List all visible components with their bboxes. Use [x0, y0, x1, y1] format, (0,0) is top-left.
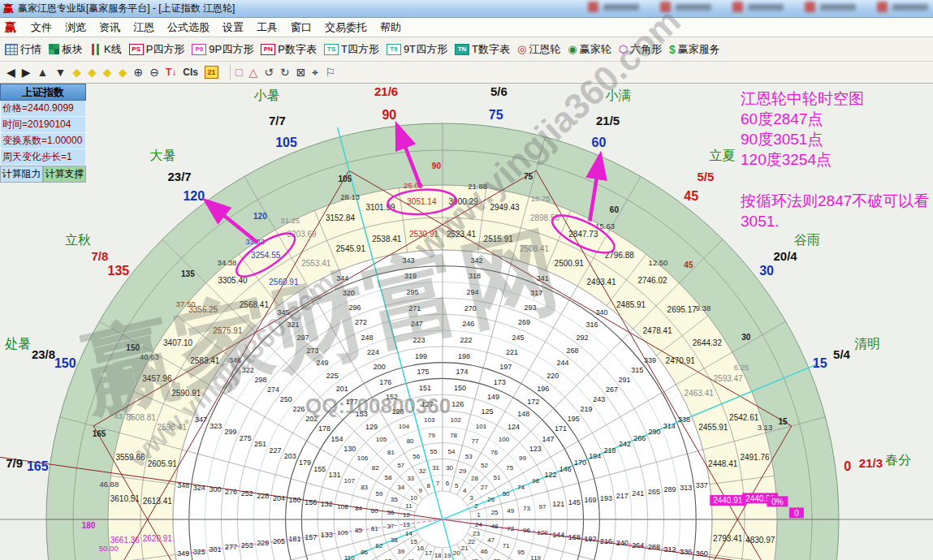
menu-item-公式选股[interactable]: 公式选股 [161, 19, 216, 35]
flag-up-icon[interactable]: ▲ [37, 66, 49, 79]
spiral-number: 57 [397, 462, 404, 469]
diamond-up-icon[interactable]: ◆ [103, 66, 112, 79]
flag-down-icon[interactable]: ▼ [54, 66, 66, 79]
diamond-down-icon[interactable]: ◆ [119, 66, 127, 79]
menu-item-江恩[interactable]: 江恩 [127, 19, 161, 35]
rect-tool-icon[interactable]: □ [235, 66, 242, 79]
p9-icon: P9 [192, 44, 206, 55]
spiral-number: 82 [372, 464, 379, 472]
spiral-number: 220 [546, 372, 559, 380]
spiral-number: 315 [631, 366, 643, 374]
spiral-number: 181 [289, 535, 301, 543]
rotate-ccw-icon[interactable]: ↺ [264, 66, 274, 79]
toolbar-button-板块[interactable]: 板块 [49, 42, 83, 57]
toolbar-button-赢家服务[interactable]: $赢家服务 [669, 42, 720, 57]
spiral-number: 154 [331, 435, 343, 443]
rotate-cw-icon[interactable]: ↻ [280, 66, 290, 79]
cls-button[interactable]: CIs [183, 67, 198, 78]
annotation-line: 60度2847点 [741, 109, 929, 129]
menu-item-浏览[interactable]: 浏览 [58, 19, 93, 35]
spiral-number: 37 [387, 523, 394, 530]
next-icon[interactable]: ▶ [22, 66, 31, 79]
spiral-number: 81 [387, 449, 395, 456]
spiral-number: 26 [487, 496, 495, 503]
spiral-number: 145 [568, 498, 581, 506]
menu-item-资讯[interactable]: 资讯 [93, 19, 127, 35]
triangle-tool-icon[interactable]: △ [248, 66, 257, 79]
toolbar-button-T四方形[interactable]: TST四方形 [324, 42, 379, 57]
prev-icon[interactable]: ◀ [6, 66, 15, 79]
menu-item-窗口[interactable]: 窗口 [284, 19, 318, 35]
spiral-number: 172 [527, 398, 539, 406]
spiral-number: 147 [542, 435, 554, 443]
spiral-number: 20 [453, 549, 460, 557]
percent-value: 18.75 [531, 194, 551, 203]
spiral-number: 125 [482, 407, 494, 416]
spiral-number: 156 [305, 498, 317, 506]
toolbar-button-P四方形[interactable]: PSP四方形 [129, 42, 185, 57]
spiral-number: 297 [296, 334, 309, 342]
spiral-number: 17 [425, 549, 432, 557]
percent-value: 28.13 [340, 192, 360, 201]
title-bar[interactable]: 赢 赢家江恩专业版[赢家服务平台] - [上证指数 江恩轮] [0, 0, 933, 18]
toolbar-button-T数字表[interactable]: TNT数字表 [455, 42, 510, 57]
calc-support-button[interactable]: 计算支撑 [43, 166, 86, 183]
solar-term-label: 立夏 [710, 149, 736, 162]
spiral-number: 150 [454, 384, 466, 392]
spiral-number: 3 [469, 494, 473, 502]
spiral-number: 100 [499, 436, 510, 443]
pin-icon[interactable]: ⚐ [325, 66, 335, 79]
spiral-number: 349 [177, 549, 189, 558]
toolbar-button-P数字表[interactable]: PNP数字表 [261, 42, 317, 57]
spiral-number: 56 [413, 453, 420, 460]
solar-date-label: 5/5 [697, 170, 714, 183]
spiral-number: 338 [678, 416, 690, 424]
spiral-number: 50 [503, 490, 510, 498]
spiral-number: 75 [506, 464, 513, 472]
spiral-number: 21 [461, 545, 469, 552]
spiral-number: 196 [537, 385, 549, 393]
toolbar-label: 板块 [62, 42, 83, 57]
percent-value: 9.38 [696, 304, 711, 312]
toolbar-button-9P四方形[interactable]: P99P四方形 [192, 42, 253, 57]
kline-icon [90, 44, 102, 55]
toolbar-button-9T四方形[interactable]: T99T四方形 [387, 42, 447, 57]
menu-item-工具[interactable]: 工具 [250, 19, 284, 35]
spiral-number: 74 [517, 484, 525, 491]
spiral-number: 203 [284, 452, 296, 460]
blurred-tray-icons [588, 2, 928, 12]
zoom-out-icon[interactable]: ⊖ [149, 66, 159, 79]
spiral-number: 274 [267, 386, 279, 394]
toolbar-button-六角形[interactable]: ⬡六角形 [619, 42, 662, 57]
percent-value: 37.50 [176, 299, 196, 308]
expand-icon[interactable]: ⊠ [296, 66, 306, 79]
spiral-number: 27 [481, 484, 488, 491]
menu-item-设置[interactable]: 设置 [216, 19, 250, 35]
toolbar-button-K线[interactable]: K线 [90, 42, 122, 57]
collapse-icon[interactable]: ⌖ [312, 66, 318, 80]
menu-item-文件[interactable]: 文件 [24, 19, 58, 35]
spiral-number: 101 [476, 423, 487, 430]
calendar-icon[interactable]: 21 [205, 66, 218, 79]
toolbar-label: 9P四方形 [209, 42, 253, 57]
toolbar-label: 江恩轮 [529, 42, 560, 57]
toolbar-button-江恩轮[interactable]: ◎江恩轮 [517, 42, 560, 57]
menu-item-交易委托[interactable]: 交易委托 [318, 19, 374, 35]
t-arrows-icon[interactable]: T↓ [166, 67, 176, 78]
outer-price-value: 3610.51 [110, 494, 140, 503]
spiral-number: 347 [195, 416, 207, 424]
menu-item-帮助[interactable]: 帮助 [374, 19, 408, 35]
toolbar-button-行情[interactable]: 行情 [5, 42, 41, 57]
spiral-number: 151 [419, 384, 431, 392]
inner-price-value: 2598.41 [158, 423, 188, 432]
spiral-number: 222 [460, 336, 473, 344]
toolbar-button-赢家轮[interactable]: ◉赢家轮 [568, 42, 611, 57]
solar-term-label: 立秋 [65, 233, 91, 247]
diamond-right-icon[interactable]: ◆ [88, 66, 97, 79]
outer-price-value: 2491.76 [740, 453, 770, 462]
diamond-left-icon[interactable]: ◆ [72, 66, 81, 79]
zoom-in-icon[interactable]: ⊕ [133, 66, 143, 79]
t9-icon: T9 [387, 44, 401, 55]
percent-value: 3.13 [758, 423, 773, 432]
calc-resistance-button[interactable]: 计算阻力 [0, 166, 43, 183]
